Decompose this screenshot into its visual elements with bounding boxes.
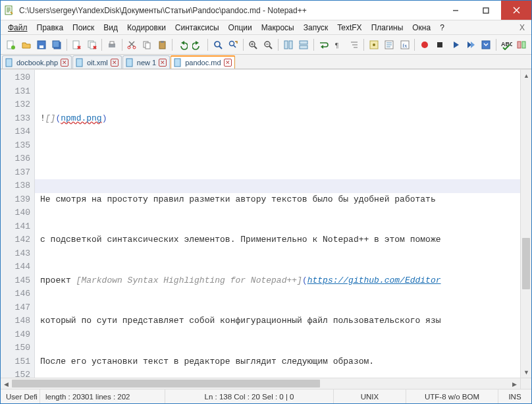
udl-button[interactable]	[367, 37, 381, 52]
tab-close-icon[interactable]: ✕	[224, 59, 232, 67]
menu-file[interactable]: Файл	[3, 22, 32, 34]
svg-point-6	[11, 45, 15, 49]
app-window: C:\Users\sergey\YandexDisk\Документы\Ста…	[0, 0, 532, 404]
svg-rect-8	[40, 45, 43, 48]
indent-guide-button[interactable]	[347, 37, 361, 52]
svg-rect-41	[300, 41, 307, 44]
sync-hscroll-button[interactable]	[296, 37, 311, 52]
code-area[interactable]: ![](npmd.png) Не смотря на простоту прав…	[35, 70, 520, 378]
svg-rect-64	[174, 59, 180, 67]
menu-windows[interactable]: Окна	[408, 22, 435, 34]
zoom-out-button[interactable]	[261, 37, 275, 52]
menu-plugins[interactable]: Плагины	[367, 22, 408, 34]
svg-rect-39	[284, 41, 288, 49]
menu-x[interactable]: X	[516, 23, 529, 32]
scroll-track[interactable]	[521, 81, 531, 366]
redo-button[interactable]	[190, 37, 205, 52]
file-icon	[5, 58, 14, 67]
tab-oit[interactable]: oit.xml ✕	[72, 55, 122, 69]
status-length: length : 20301 lines : 202	[40, 390, 165, 403]
status-eol: UNIX	[334, 390, 406, 403]
svg-line-29	[219, 46, 222, 49]
record-macro-button[interactable]	[417, 37, 432, 52]
menu-encoding[interactable]: Кодировки	[122, 22, 171, 34]
status-ovrins[interactable]: INS	[498, 390, 531, 403]
scroll-thumb[interactable]	[522, 238, 530, 289]
minimize-button[interactable]	[440, 1, 471, 20]
scroll-track[interactable]	[12, 378, 509, 389]
menu-run[interactable]: Запуск	[299, 22, 333, 34]
doc-map-button[interactable]	[382, 37, 396, 52]
tab-close-icon[interactable]: ✕	[61, 59, 68, 67]
tab-docbook[interactable]: docbook.php ✕	[2, 55, 72, 69]
cut-button[interactable]	[124, 37, 139, 52]
copy-button[interactable]	[140, 37, 154, 52]
scroll-right-icon[interactable]: ▶	[509, 378, 520, 390]
titlebar: C:\Users\sergey\YandexDisk\Документы\Ста…	[1, 1, 531, 20]
close-button[interactable]	[501, 1, 531, 20]
svg-rect-63	[126, 59, 132, 67]
scroll-down-icon[interactable]: ▼	[521, 366, 531, 378]
tab-new1[interactable]: new 1 ✕	[122, 55, 170, 69]
function-list-button[interactable]: fx	[398, 37, 412, 52]
tab-close-icon[interactable]: ✕	[111, 59, 119, 67]
open-file-button[interactable]	[18, 37, 33, 52]
stop-macro-button[interactable]	[433, 37, 447, 52]
play-macro-button[interactable]	[448, 37, 462, 52]
show-all-chars-button[interactable]: ¶	[331, 37, 346, 52]
paste-button[interactable]	[155, 37, 170, 52]
svg-rect-19	[110, 42, 114, 44]
menu-macros[interactable]: Макросы	[257, 22, 299, 34]
play-multi-button[interactable]	[464, 37, 478, 52]
app-icon	[1, 5, 18, 16]
wordwrap-button[interactable]	[316, 37, 331, 52]
tab-close-icon[interactable]: ✕	[159, 59, 167, 67]
sync-vscroll-button[interactable]	[280, 37, 295, 52]
vertical-scrollbar[interactable]: ▲ ▼	[520, 70, 531, 378]
tab-label: docbook.php	[16, 59, 58, 67]
svg-line-35	[254, 46, 257, 49]
maximize-button[interactable]	[471, 1, 501, 20]
menu-textfx[interactable]: TextFX	[332, 22, 366, 34]
menubar: Файл Правка Поиск Вид Кодировки Синтакси…	[1, 20, 531, 35]
scroll-up-icon[interactable]: ▲	[521, 70, 531, 81]
svg-rect-40	[289, 41, 292, 49]
svg-rect-42	[300, 45, 307, 49]
svg-point-28	[215, 42, 220, 47]
scroll-corner	[520, 378, 531, 389]
status-position: Ln : 138 Col : 20 Sel : 0 | 0	[165, 390, 334, 403]
new-file-button[interactable]	[3, 37, 18, 52]
svg-rect-27	[161, 41, 164, 43]
close-file-button[interactable]	[69, 37, 84, 52]
menu-syntax[interactable]: Синтаксисы	[171, 22, 224, 34]
save-macro-button[interactable]	[479, 37, 493, 52]
scroll-thumb[interactable]	[12, 380, 320, 388]
menu-edit[interactable]: Правка	[32, 22, 68, 34]
zoom-in-button[interactable]	[246, 37, 260, 52]
svg-text:¶: ¶	[335, 41, 338, 49]
compare-button[interactable]	[514, 37, 529, 52]
undo-button[interactable]	[175, 37, 190, 52]
tabbar: docbook.php ✕ oit.xml ✕ new 1 ✕ pandoc.m…	[1, 55, 531, 69]
find-button[interactable]	[210, 37, 225, 52]
spellcheck-button[interactable]: ABC	[498, 37, 513, 52]
svg-rect-59	[518, 42, 521, 48]
close-all-button[interactable]	[85, 37, 99, 52]
statusbar: User Defi length : 20301 lines : 202 Ln …	[1, 389, 531, 403]
svg-rect-60	[522, 42, 525, 48]
save-all-button[interactable]	[49, 37, 64, 52]
print-button[interactable]	[105, 37, 119, 52]
menu-settings[interactable]: Опции	[224, 22, 257, 34]
replace-button[interactable]	[226, 37, 240, 52]
menu-view[interactable]: Вид	[99, 22, 122, 34]
horizontal-scrollbar[interactable]: ◀ ▶	[1, 378, 531, 389]
menu-search[interactable]: Поиск	[68, 22, 99, 34]
tab-pandoc[interactable]: pandoc.md ✕	[171, 55, 234, 69]
tab-label: new 1	[137, 59, 156, 67]
scroll-left-icon[interactable]: ◀	[1, 378, 12, 390]
toolbar: ¶ fx ABC	[1, 35, 531, 55]
svg-point-55	[421, 42, 428, 48]
save-button[interactable]	[34, 37, 49, 52]
status-language: User Defi	[1, 390, 40, 403]
menu-help[interactable]: ?	[435, 22, 449, 34]
